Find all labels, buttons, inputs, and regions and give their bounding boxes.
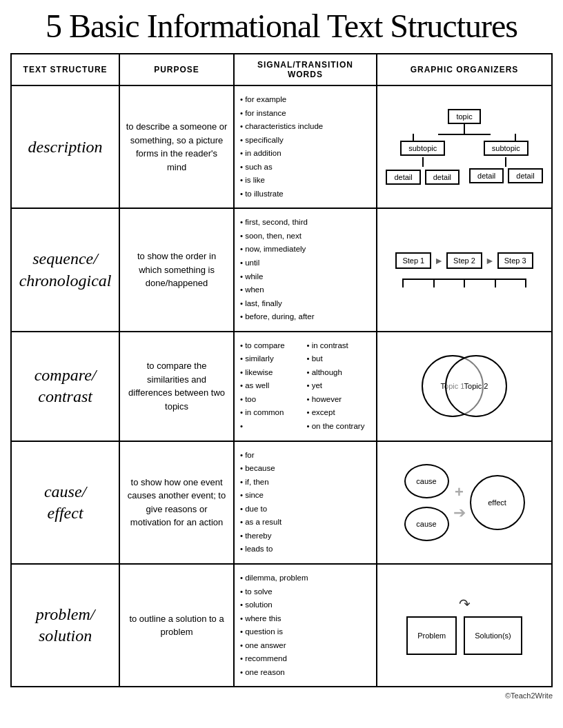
list-item: as a result: [240, 516, 371, 529]
detail-boxes-right: detail detail: [469, 168, 543, 183]
subtopic-branch-right: subtopic detail detail: [469, 141, 543, 185]
purpose-compare: to compare the similarities and differen…: [119, 332, 234, 441]
structure-name: problem/ solution: [17, 604, 113, 647]
detail-box: detail: [508, 168, 542, 183]
list-item: in contrast: [306, 339, 371, 353]
cause-effect-organizer: cause cause + ➔ effect: [383, 458, 546, 547]
list-item: soon, then, next: [240, 230, 371, 243]
graphic-problem: ↷ Problem Solution(s): [377, 564, 552, 687]
purpose-sequence: to show the order in which something is …: [119, 208, 234, 331]
list-item: as well: [240, 379, 304, 393]
list-item: such as: [240, 161, 371, 174]
structure-name: sequence/ chronological: [17, 248, 113, 291]
signals-compare: to compare similarly likewise as well to…: [234, 332, 377, 441]
arrow-icon: ►: [434, 255, 444, 266]
effect-circle: effect: [470, 475, 525, 530]
list-item: last, finally: [240, 297, 371, 311]
solution-box: Solution(s): [464, 616, 522, 655]
purpose-description: to describe a someone or something, so a…: [119, 85, 234, 208]
signal-list: dilemma, problem to solve solution where…: [240, 569, 371, 682]
list-item: one reason: [240, 666, 371, 680]
list-item: to solve: [240, 585, 371, 599]
tick: [495, 279, 496, 287]
list-item: for: [240, 449, 371, 463]
list-item: one answer: [240, 639, 371, 653]
table-row: description to describe a someone or som…: [11, 85, 552, 208]
detail-box: detail: [425, 170, 460, 185]
branch-line-down: [505, 157, 506, 167]
branch-line: [515, 134, 516, 141]
detail-box: detail: [469, 168, 504, 183]
list-item: although: [306, 366, 371, 380]
venn-diagram: Topic 1 Topic 2: [383, 348, 546, 424]
list-item: recommend: [240, 652, 371, 666]
list-item: due to: [240, 503, 371, 516]
list-item: question is: [240, 625, 371, 639]
plus-icon: +: [455, 483, 464, 501]
tick: [433, 279, 435, 287]
list-item: for instance: [240, 107, 371, 121]
list-item: leads to: [240, 543, 371, 556]
purpose-text: to compare the similarities and differen…: [126, 359, 228, 413]
list-item: where this: [240, 612, 371, 626]
subtopic-box-left: subtopic: [400, 141, 445, 156]
purpose-text: to describe a someone or something, so a…: [126, 120, 228, 174]
col2-header: PURPOSE: [119, 54, 234, 85]
graphic-compare: Topic 1 Topic 2: [377, 332, 552, 441]
structure-problem: problem/ solution: [11, 564, 119, 687]
signals-sequence: first, second, third soon, then, next no…: [234, 208, 377, 331]
table-row: cause/ effect to show how one event caus…: [11, 441, 552, 564]
subtopic-row: subtopic detail: [386, 141, 542, 185]
graphic-description: topic subtopic: [377, 85, 552, 208]
list-item: except: [306, 406, 371, 420]
purpose-text: to show how one event causes another eve…: [126, 476, 228, 529]
curved-arrow-icon: ↷: [459, 596, 471, 612]
detail-branch: detail: [508, 168, 542, 183]
two-col-signals: to compare similarly likewise as well to…: [240, 336, 371, 436]
main-title: 5 Basic Informational Text Structures: [10, 7, 553, 45]
plus-arrow-group: + ➔: [453, 483, 466, 522]
tick: [525, 279, 526, 287]
signals-problem: dilemma, problem to solve solution where…: [234, 564, 377, 687]
purpose-cause: to show how one event causes another eve…: [119, 441, 234, 564]
timeline-ticks: [402, 279, 526, 287]
detail-boxes-left: detail detail: [386, 170, 460, 185]
timeline: [402, 279, 526, 287]
list-item: before, during, after: [240, 310, 371, 324]
col4-header: GRAPHIC ORGANIZERS: [377, 54, 552, 85]
list-item: to illustrate: [240, 188, 371, 201]
detail-branch: detail: [386, 170, 420, 185]
signals-cause: for because if, then since due to as a r…: [234, 441, 377, 564]
cause-circle-top: cause: [404, 464, 449, 498]
sequence-organizer: Step 1 ► Step 2 ► Step 3: [383, 248, 546, 292]
structure-name: cause/ effect: [17, 481, 113, 524]
step2-box: Step 2: [446, 252, 482, 269]
list-item: characteristics include: [240, 120, 371, 134]
list-item: while: [240, 270, 371, 284]
list-item: first, second, third: [240, 216, 371, 230]
purpose-text: to outline a solution to a problem: [126, 612, 228, 639]
signal-list-left: to compare similarly likewise as well to…: [240, 336, 304, 436]
list-item: similarly: [240, 352, 304, 366]
list-item: solution: [240, 598, 371, 612]
list-item: too: [240, 393, 304, 407]
arrow-icon: ►: [485, 255, 495, 266]
tick: [402, 279, 404, 287]
list-item: since: [240, 489, 371, 503]
problem-box: Problem: [406, 616, 457, 655]
col3-header: SIGNAL/TRANSITION WORDS: [234, 54, 377, 85]
step1-box: Step 1: [395, 252, 431, 269]
signal-list: for because if, then since due to as a r…: [240, 446, 371, 559]
venn-circle-right: Topic 2: [445, 355, 507, 417]
table-row: compare/ contrast to compare the similar…: [11, 332, 552, 441]
structure-compare: compare/ contrast: [11, 332, 119, 441]
description-organizer: topic subtopic: [383, 106, 546, 188]
list-item: for example: [240, 93, 371, 107]
step3-box: Step 3: [497, 252, 533, 269]
list-item: likewise: [240, 366, 304, 380]
list-item: specifically: [240, 134, 371, 148]
list-item: thereby: [240, 529, 371, 543]
list-item: but: [306, 352, 371, 366]
list-item: on the contrary: [306, 420, 371, 434]
list-item: in addition: [240, 147, 371, 161]
